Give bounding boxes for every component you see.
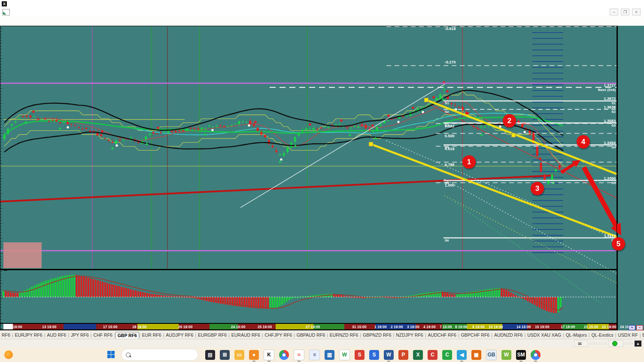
symbol-tab-bitcoin[interactable]: Bitcoin xyxy=(641,332,644,338)
status-traffic xyxy=(589,343,597,344)
smr-app-icon[interactable]: SM xyxy=(516,350,526,360)
notes-app-icon[interactable]: ≡ xyxy=(309,350,320,360)
menu-bar: – ❐ × xyxy=(0,8,644,17)
telegram-icon[interactable]: ◀ xyxy=(457,350,467,360)
status-connection xyxy=(599,343,607,344)
sumatra-app-icon[interactable]: S xyxy=(355,350,365,360)
symbol-tab-aud-rf6[interactable]: AUD RF6 xyxy=(45,332,68,338)
child-close-button[interactable]: × xyxy=(632,9,641,15)
title-bar: X xyxy=(0,0,644,8)
trading-app-icon[interactable]: ≈ xyxy=(294,350,304,360)
symbol-tab-audchf-rf6[interactable]: AUDCHF RF6 xyxy=(426,332,458,338)
orange-box-app-icon[interactable]: ▣ xyxy=(471,350,481,360)
symbol-tab-ql-majors[interactable]: QL-Majors xyxy=(564,332,589,338)
symbol-tab-ql-exotics[interactable]: QL-Exotics xyxy=(589,332,615,338)
mail-icon: ✉ xyxy=(578,341,582,346)
symbol-tab-audnzd-rf6[interactable]: AUDNZD RF6 xyxy=(492,332,525,338)
chart-mini-icon xyxy=(2,9,10,15)
symbol-tab-usdx-rf[interactable]: USDX RF xyxy=(617,332,640,338)
search-icon xyxy=(126,353,131,357)
symbol-tab-eurjpy-rf6[interactable]: EURJPY RF6 xyxy=(13,332,44,338)
blue-tile-app-icon[interactable]: ▥ xyxy=(325,350,334,360)
symbol-tab-jpy-rf6[interactable]: JPY RF6 xyxy=(69,332,91,338)
child-restore-button[interactable]: ❐ xyxy=(621,9,629,15)
symbol-tab-euraud-rf6[interactable]: EURAUD RF6 xyxy=(230,332,262,338)
symbol-tab-rf6[interactable]: RF6 xyxy=(0,332,12,338)
excel-icon[interactable]: X xyxy=(413,350,423,360)
chart-region: 1.3727Base (Sell)1.3672S1S11.3638S2S21.3… xyxy=(0,26,644,330)
symbol-tab-eur-rf6[interactable]: EUR RF6 xyxy=(140,332,163,338)
status-gmt-time xyxy=(608,340,623,347)
status-messages: ✉ xyxy=(574,340,588,347)
connection-status-icon xyxy=(612,341,617,346)
toolbar xyxy=(0,16,644,26)
portfolio-app-icon[interactable]: ▤ xyxy=(205,350,215,360)
weather-widget[interactable] xyxy=(4,350,56,359)
search-box[interactable] xyxy=(121,349,198,361)
w-green-app-icon[interactable]: W xyxy=(501,350,511,360)
skype-app-icon[interactable]: S xyxy=(369,350,379,360)
file-explorer-icon[interactable]: ▭ xyxy=(234,350,244,360)
word-icon[interactable]: W xyxy=(384,350,394,360)
chart-canvas[interactable] xyxy=(0,26,644,330)
desktop: X – ❐ × xyxy=(0,0,644,362)
c-red-app-icon[interactable]: C xyxy=(428,350,437,360)
symbol-tab-gbpnzd-rf6[interactable]: GBPNZD RF6 xyxy=(361,332,393,338)
symbol-tab-gbp-rf6[interactable]: GBP RF6 xyxy=(115,332,139,338)
sun-icon xyxy=(4,350,13,359)
symbol-tab-eurgbp-rf6[interactable]: EURGBP RF6 xyxy=(196,332,228,338)
status-local-time xyxy=(625,343,633,344)
symbol-tab-gbpchf-rf6[interactable]: GBPCHF RF6 xyxy=(459,332,492,338)
grammar-app-icon[interactable]: W xyxy=(339,350,350,360)
start-button[interactable] xyxy=(107,351,115,359)
symbol-tab-bar: RF6|EURJPY RF6|AUD RF6|JPY RF6|CHF RF6|G… xyxy=(0,330,644,339)
powerpoint-icon[interactable]: P xyxy=(398,350,408,360)
k-app-icon[interactable]: K xyxy=(264,350,274,360)
chrome-icon[interactable] xyxy=(279,350,289,360)
windows-taskbar: ▤⊞▭●K≈≡▥WSSWPXCC◀▣GBWSM xyxy=(0,347,644,362)
calculator-app-icon[interactable]: ⊞ xyxy=(220,350,230,360)
symbol-tab-usdx-xau-xag[interactable]: USDX XAU XAG xyxy=(526,332,563,338)
browser2-icon[interactable] xyxy=(531,350,541,360)
status-bar: ✉ ▲ xyxy=(0,339,644,348)
symbol-tab-gbpaud-rf6[interactable]: GBPAUD RF6 xyxy=(295,332,327,338)
symbol-tab-audjpy-rf6[interactable]: AUDJPY RF6 xyxy=(164,332,195,338)
child-minimize-button[interactable]: – xyxy=(610,9,618,15)
symbol-tab-chfjpy-rf6[interactable]: CHFJPY RF6 xyxy=(263,332,294,338)
symbol-tab-eurnzd-rf6[interactable]: EURNZD RF6 xyxy=(328,332,360,338)
alert-icon: ▲ xyxy=(635,341,641,347)
symbol-tab-chf-rf6[interactable]: CHF RF6 xyxy=(92,332,114,338)
app-logo-icon: X xyxy=(2,1,7,6)
status-ready xyxy=(3,343,9,344)
contacts-app-icon[interactable]: ● xyxy=(249,350,259,360)
c-green-app-icon[interactable]: C xyxy=(442,350,452,360)
symbol-tab-nzdjpy-rf6[interactable]: NZDJPY RF6 xyxy=(394,332,425,338)
gb-calc-app-icon[interactable]: GB xyxy=(486,350,497,360)
